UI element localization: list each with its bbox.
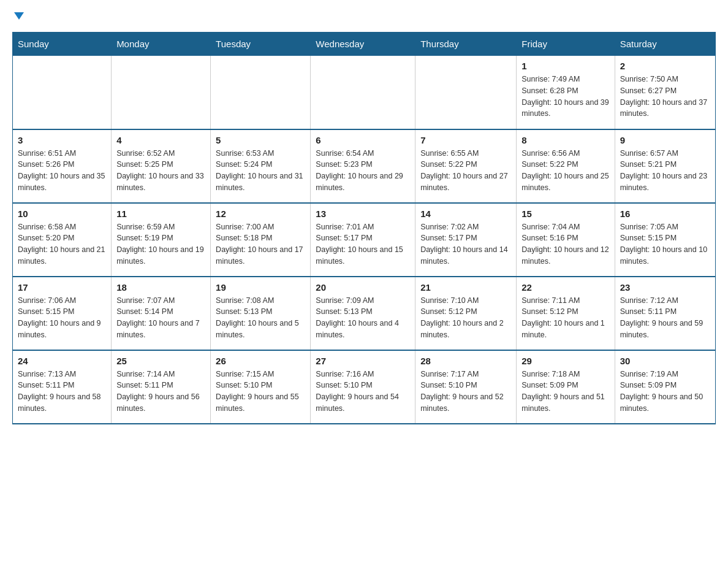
weekday-header-saturday: Saturday: [615, 33, 715, 56]
day-number: 12: [216, 209, 305, 219]
calendar-cell: [112, 56, 211, 129]
calendar-cell: 1Sunrise: 7:49 AMSunset: 6:28 PMDaylight…: [517, 56, 615, 129]
day-detail: Sunrise: 6:52 AMSunset: 5:25 PMDaylight:…: [116, 148, 205, 194]
day-number: 4: [116, 135, 205, 145]
day-number: 9: [620, 135, 710, 145]
day-number: 13: [316, 209, 410, 219]
day-detail: Sunrise: 7:07 AMSunset: 5:14 PMDaylight:…: [116, 295, 205, 341]
day-detail: Sunrise: 6:59 AMSunset: 5:19 PMDaylight:…: [116, 221, 205, 267]
calendar-body: 1Sunrise: 7:49 AMSunset: 6:28 PMDaylight…: [13, 56, 716, 424]
day-number: 26: [216, 356, 305, 366]
calendar-cell: 28Sunrise: 7:17 AMSunset: 5:10 PMDayligh…: [415, 350, 517, 424]
calendar-cell: 2Sunrise: 7:50 AMSunset: 6:27 PMDaylight…: [615, 56, 715, 129]
day-number: 20: [316, 282, 410, 293]
day-detail: Sunrise: 7:02 AMSunset: 5:17 PMDaylight:…: [420, 221, 511, 267]
day-detail: Sunrise: 6:55 AMSunset: 5:22 PMDaylight:…: [420, 148, 511, 194]
weekday-header-friday: Friday: [517, 33, 615, 56]
day-number: 6: [316, 135, 410, 145]
calendar-cell: [311, 56, 415, 129]
calendar-cell: 7Sunrise: 6:55 AMSunset: 5:22 PMDaylight…: [415, 129, 517, 203]
day-detail: Sunrise: 6:51 AMSunset: 5:26 PMDaylight:…: [18, 148, 106, 194]
day-number: 7: [420, 135, 511, 145]
logo-triangle-icon: [14, 12, 24, 20]
day-number: 2: [620, 61, 710, 71]
day-number: 3: [18, 135, 106, 145]
calendar-cell: 9Sunrise: 6:57 AMSunset: 5:21 PMDaylight…: [615, 129, 715, 203]
day-detail: Sunrise: 7:49 AMSunset: 6:28 PMDaylight:…: [521, 74, 609, 120]
day-detail: Sunrise: 7:00 AMSunset: 5:18 PMDaylight:…: [216, 221, 305, 267]
calendar-header: SundayMondayTuesdayWednesdayThursdayFrid…: [13, 33, 716, 56]
calendar-cell: 17Sunrise: 7:06 AMSunset: 5:15 PMDayligh…: [13, 277, 112, 350]
day-number: 11: [116, 209, 205, 219]
day-number: 1: [521, 61, 609, 71]
calendar-cell: 6Sunrise: 6:54 AMSunset: 5:23 PMDaylight…: [311, 129, 415, 203]
day-detail: Sunrise: 6:53 AMSunset: 5:24 PMDaylight:…: [216, 148, 305, 194]
calendar-cell: 4Sunrise: 6:52 AMSunset: 5:25 PMDaylight…: [112, 129, 211, 203]
calendar-cell: 15Sunrise: 7:04 AMSunset: 5:16 PMDayligh…: [517, 203, 615, 277]
calendar-cell: 29Sunrise: 7:18 AMSunset: 5:09 PMDayligh…: [517, 350, 615, 424]
calendar-cell: [211, 56, 311, 129]
calendar-cell: 14Sunrise: 7:02 AMSunset: 5:17 PMDayligh…: [415, 203, 517, 277]
calendar-cell: 22Sunrise: 7:11 AMSunset: 5:12 PMDayligh…: [517, 277, 615, 350]
calendar-cell: 25Sunrise: 7:14 AMSunset: 5:11 PMDayligh…: [112, 350, 211, 424]
day-number: 18: [116, 282, 205, 293]
calendar-table: SundayMondayTuesdayWednesdayThursdayFrid…: [12, 32, 716, 424]
calendar-week-row: 10Sunrise: 6:58 AMSunset: 5:20 PMDayligh…: [13, 203, 716, 277]
calendar-cell: 24Sunrise: 7:13 AMSunset: 5:11 PMDayligh…: [13, 350, 112, 424]
day-detail: Sunrise: 7:14 AMSunset: 5:11 PMDaylight:…: [116, 369, 205, 415]
day-number: 10: [18, 209, 106, 219]
weekday-header-wednesday: Wednesday: [311, 33, 415, 56]
calendar-cell: 16Sunrise: 7:05 AMSunset: 5:15 PMDayligh…: [615, 203, 715, 277]
weekday-header-tuesday: Tuesday: [211, 33, 311, 56]
day-number: 23: [620, 282, 710, 293]
calendar-week-row: 24Sunrise: 7:13 AMSunset: 5:11 PMDayligh…: [13, 350, 716, 424]
calendar-cell: 30Sunrise: 7:19 AMSunset: 5:09 PMDayligh…: [615, 350, 715, 424]
day-number: 14: [420, 209, 511, 219]
calendar-cell: 12Sunrise: 7:00 AMSunset: 5:18 PMDayligh…: [211, 203, 311, 277]
day-detail: Sunrise: 7:01 AMSunset: 5:17 PMDaylight:…: [316, 221, 410, 267]
day-detail: Sunrise: 7:50 AMSunset: 6:27 PMDaylight:…: [620, 74, 710, 120]
calendar-cell: 27Sunrise: 7:16 AMSunset: 5:10 PMDayligh…: [311, 350, 415, 424]
day-detail: Sunrise: 7:13 AMSunset: 5:11 PMDaylight:…: [18, 369, 106, 415]
calendar-week-row: 17Sunrise: 7:06 AMSunset: 5:15 PMDayligh…: [13, 277, 716, 350]
day-number: 30: [620, 356, 710, 366]
weekday-header-monday: Monday: [112, 33, 211, 56]
page-header: [12, 12, 716, 20]
day-number: 8: [521, 135, 609, 145]
calendar-cell: 13Sunrise: 7:01 AMSunset: 5:17 PMDayligh…: [311, 203, 415, 277]
day-detail: Sunrise: 7:05 AMSunset: 5:15 PMDaylight:…: [620, 221, 710, 267]
day-detail: Sunrise: 6:56 AMSunset: 5:22 PMDaylight:…: [521, 148, 609, 194]
calendar-cell: 5Sunrise: 6:53 AMSunset: 5:24 PMDaylight…: [211, 129, 311, 203]
day-number: 25: [116, 356, 205, 366]
calendar-cell: [13, 56, 112, 129]
calendar-cell: 18Sunrise: 7:07 AMSunset: 5:14 PMDayligh…: [112, 277, 211, 350]
day-number: 15: [521, 209, 609, 219]
calendar-cell: 10Sunrise: 6:58 AMSunset: 5:20 PMDayligh…: [13, 203, 112, 277]
calendar-cell: 8Sunrise: 6:56 AMSunset: 5:22 PMDaylight…: [517, 129, 615, 203]
day-detail: Sunrise: 6:58 AMSunset: 5:20 PMDaylight:…: [18, 221, 106, 267]
calendar-cell: 23Sunrise: 7:12 AMSunset: 5:11 PMDayligh…: [615, 277, 715, 350]
calendar-cell: 3Sunrise: 6:51 AMSunset: 5:26 PMDaylight…: [13, 129, 112, 203]
logo: [12, 12, 24, 20]
day-detail: Sunrise: 6:57 AMSunset: 5:21 PMDaylight:…: [620, 148, 710, 194]
day-detail: Sunrise: 7:19 AMSunset: 5:09 PMDaylight:…: [620, 369, 710, 415]
day-detail: Sunrise: 7:06 AMSunset: 5:15 PMDaylight:…: [18, 295, 106, 341]
calendar-cell: 19Sunrise: 7:08 AMSunset: 5:13 PMDayligh…: [211, 277, 311, 350]
day-number: 19: [216, 282, 305, 293]
day-number: 17: [18, 282, 106, 293]
day-number: 5: [216, 135, 305, 145]
day-number: 22: [521, 282, 609, 293]
calendar-week-row: 3Sunrise: 6:51 AMSunset: 5:26 PMDaylight…: [13, 129, 716, 203]
calendar-cell: 21Sunrise: 7:10 AMSunset: 5:12 PMDayligh…: [415, 277, 517, 350]
day-detail: Sunrise: 7:16 AMSunset: 5:10 PMDaylight:…: [316, 369, 410, 415]
day-number: 27: [316, 356, 410, 366]
day-detail: Sunrise: 7:12 AMSunset: 5:11 PMDaylight:…: [620, 295, 710, 341]
day-detail: Sunrise: 7:08 AMSunset: 5:13 PMDaylight:…: [216, 295, 305, 341]
calendar-cell: [415, 56, 517, 129]
calendar-week-row: 1Sunrise: 7:49 AMSunset: 6:28 PMDaylight…: [13, 56, 716, 129]
day-detail: Sunrise: 7:04 AMSunset: 5:16 PMDaylight:…: [521, 221, 609, 267]
calendar-cell: 20Sunrise: 7:09 AMSunset: 5:13 PMDayligh…: [311, 277, 415, 350]
day-detail: Sunrise: 7:15 AMSunset: 5:10 PMDaylight:…: [216, 369, 305, 415]
day-detail: Sunrise: 7:10 AMSunset: 5:12 PMDaylight:…: [420, 295, 511, 341]
calendar-cell: 26Sunrise: 7:15 AMSunset: 5:10 PMDayligh…: [211, 350, 311, 424]
